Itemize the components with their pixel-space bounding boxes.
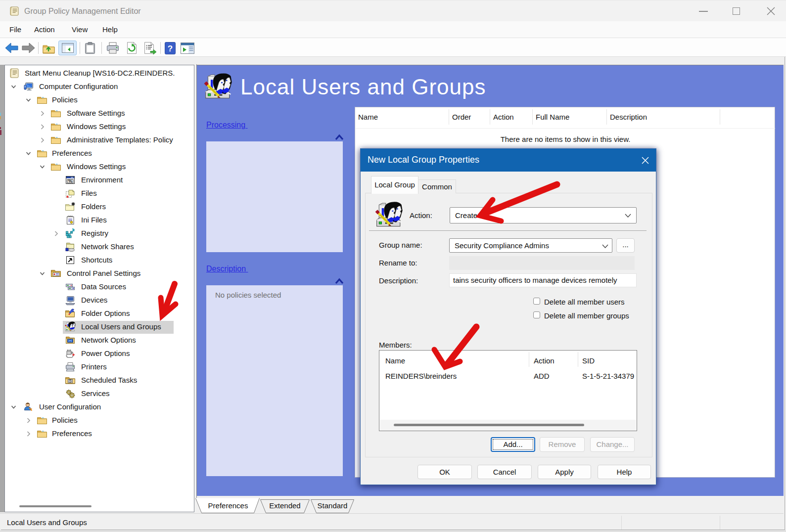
svg-text:Standard: Standard bbox=[318, 501, 348, 510]
svg-text:Extended: Extended bbox=[269, 501, 300, 510]
svg-text:?: ? bbox=[168, 44, 173, 53]
svg-text:Preferences: Preferences bbox=[208, 501, 248, 510]
